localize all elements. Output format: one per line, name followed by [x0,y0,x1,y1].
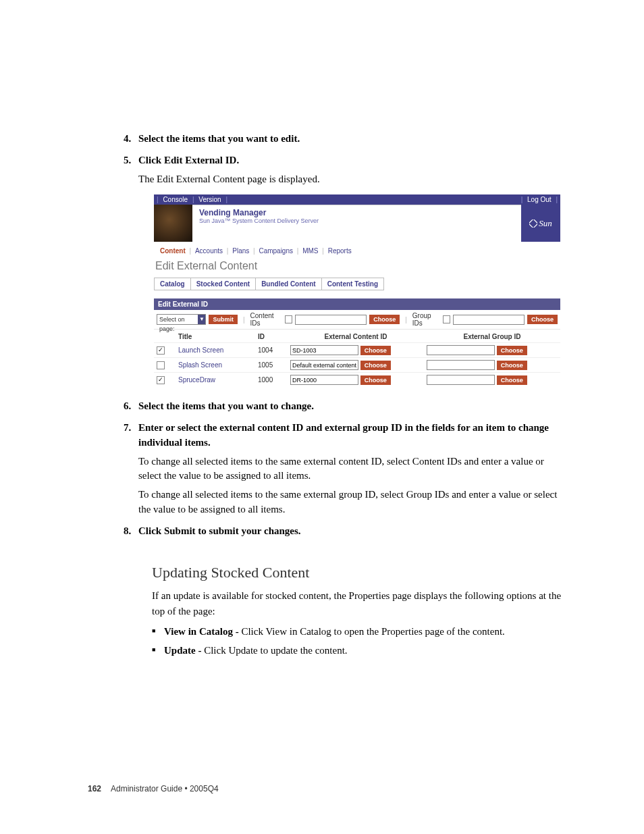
tab-content-testing[interactable]: Content Testing [321,278,384,290]
ss-version-link[interactable]: Version [198,196,221,203]
nav-content[interactable]: Content [160,247,186,255]
ss-header-title: Vending Manager Sun Java™ System Content… [192,205,521,242]
ext-content-input[interactable] [290,360,358,370]
ext-group-choose-button[interactable]: Choose [497,361,527,370]
row-title-link[interactable]: SpruceDraw [178,376,215,384]
ext-group-input[interactable] [427,345,495,355]
nav-mms[interactable]: MMS [302,247,318,255]
tab-stocked-content[interactable]: Stocked Content [190,278,256,290]
nav-reports[interactable]: Reports [328,247,352,255]
table-row: Splash Screen1005 Choose Choose [154,358,560,373]
content-ids-checkbox[interactable] [285,315,292,323]
nav-campaigns[interactable]: Campaigns [259,247,293,255]
bullet-item: View in Catalog - Click View in Catalog … [152,624,563,640]
tab-bundled-content[interactable]: Bundled Content [255,278,322,290]
steps-list-a: 4.Select the items that you want to edit… [88,132,563,186]
ext-group-input[interactable] [427,360,495,370]
svg-rect-0 [529,219,537,228]
ext-content-choose-button[interactable]: Choose [360,375,391,385]
step-item: 8.Click Submit to submit your changes. [138,524,563,539]
ss-topbar: | Console | Version | | Log Out | [154,194,560,205]
steps-list-b: 6.Select the items that you want to chan… [88,399,563,538]
ss-logout-link[interactable]: Log Out [527,196,552,203]
nav-plans[interactable]: Plans [232,247,249,255]
page-footer: 162Administrator Guide • 2005Q4 [88,784,219,793]
table-row: Launch Screen1004 Choose Choose [154,343,560,358]
ext-group-choose-button[interactable]: Choose [497,375,527,385]
row-checkbox[interactable] [157,361,165,369]
screenshot-edit-external-content: | Console | Version | | Log Out | Vendin… [154,194,560,387]
content-ids-input[interactable] [295,315,367,325]
ext-content-choose-button[interactable]: Choose [360,361,391,370]
ss-page-title: Edit External Content [155,260,560,272]
section-heading: Updating Stocked Content [152,564,563,581]
step-item: 6.Select the items that you want to chan… [138,399,563,414]
ss-tabs: CatalogStocked ContentBundled ContentCon… [154,278,560,290]
step-item: 4.Select the items that you want to edit… [138,132,563,147]
ext-content-choose-button[interactable]: Choose [360,346,391,355]
ext-group-input[interactable] [427,375,495,385]
select-on-page-dropdown[interactable]: Select on page:▼ [157,314,206,325]
ss-content-table: TitleIDExternal Content IDExternal Group… [154,330,560,387]
table-row: SpruceDraw1000 Choose Choose [154,373,560,388]
group-ids-checkbox[interactable] [443,315,450,323]
step-item: 5.Click Edit External ID.The Edit Extern… [138,153,563,187]
submit-button[interactable]: Submit [209,315,238,324]
section-intro: If an update is available for stocked co… [152,588,563,619]
row-checkbox[interactable] [157,376,165,384]
nav-accounts[interactable]: Accounts [195,247,223,255]
row-title-link[interactable]: Splash Screen [178,361,222,369]
ss-action-bar: Select on page:▼ Submit | Content IDs Ch… [154,310,560,330]
bullet-item: Update - Click Update to update the cont… [152,643,563,658]
content-ids-choose-button[interactable]: Choose [369,315,400,324]
ss-nav: Content | Accounts | Plans | Campaigns |… [154,242,560,259]
ext-content-input[interactable] [290,375,358,385]
group-ids-input[interactable] [453,315,525,325]
ss-console-link[interactable]: Console [163,196,188,203]
group-ids-label: Group IDs [412,312,440,327]
ext-content-input[interactable] [290,345,358,355]
group-ids-choose-button[interactable]: Choose [527,315,558,324]
row-title-link[interactable]: Launch Screen [178,346,223,354]
bullet-list: View in Catalog - Click View in Catalog … [152,624,563,658]
tab-catalog[interactable]: Catalog [154,278,191,290]
step-item: 7.Enter or select the external content I… [138,421,563,517]
ss-section-header: Edit External ID [154,298,560,310]
sun-logo: Sun [521,205,560,242]
content-ids-label: Content IDs [250,312,283,327]
ss-header-image [154,205,192,242]
row-checkbox[interactable] [157,346,165,355]
ext-group-choose-button[interactable]: Choose [497,346,527,355]
